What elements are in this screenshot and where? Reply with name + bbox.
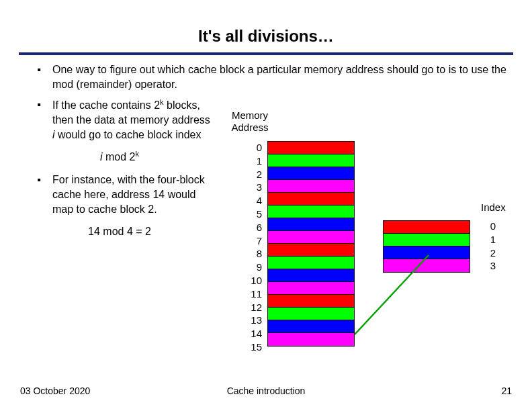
bullet-2: ▪ If the cache contains 2k blocks, then … xyxy=(26,97,214,142)
memory-label: Memory Address xyxy=(223,109,277,134)
index-num: 0 xyxy=(486,220,496,233)
cache-row xyxy=(384,234,470,246)
memory-num: 6 xyxy=(242,221,262,234)
bullet-marker: ▪ xyxy=(26,62,52,91)
footer-center: Cache introduction xyxy=(0,385,532,396)
memory-row xyxy=(268,295,354,308)
memory-row xyxy=(268,154,354,167)
memory-num: 15 xyxy=(242,340,262,354)
index-num: 3 xyxy=(486,259,496,273)
memory-num: 11 xyxy=(242,287,262,301)
memory-num: 9 xyxy=(242,261,262,274)
cache-row xyxy=(384,221,470,234)
memory-row xyxy=(268,142,354,154)
memory-row xyxy=(268,205,354,218)
bullet-2-text: If the cache contains 2k blocks, then th… xyxy=(52,97,214,142)
memory-row xyxy=(268,218,354,231)
formula-sup: k xyxy=(135,150,139,158)
memory-num: 1 xyxy=(242,154,262,168)
bullet-1-text: One way to figure out which cache block … xyxy=(52,62,512,91)
b2-part3: would go to cache block index xyxy=(55,129,202,140)
memory-num: 10 xyxy=(242,274,262,287)
memory-row xyxy=(268,193,354,205)
left-column: ▪ If the cache contains 2k blocks, then … xyxy=(26,97,214,238)
title-rule xyxy=(19,52,513,55)
formula-1: i mod 2k xyxy=(26,150,214,163)
bullet-1: ▪ One way to figure out which cache bloc… xyxy=(26,62,512,91)
memory-num: 2 xyxy=(242,168,262,181)
cache-row xyxy=(384,259,470,272)
slide-title: It's all divisions… xyxy=(0,0,532,52)
index-label: Index xyxy=(481,201,506,213)
memory-num: 3 xyxy=(242,181,262,194)
cache-row xyxy=(384,246,470,259)
memory-num: 8 xyxy=(242,247,262,261)
bullet-3-text: For instance, with the four-block cache … xyxy=(52,173,214,216)
index-numbers: 0123 xyxy=(486,220,496,273)
cache-table xyxy=(383,220,470,273)
index-num: 2 xyxy=(486,246,496,260)
index-num: 1 xyxy=(486,233,496,246)
memory-row xyxy=(268,244,354,257)
memory-row xyxy=(268,269,354,282)
memory-row xyxy=(268,333,354,346)
memory-numbers: 0123456789101112131415 xyxy=(242,141,262,354)
memory-row xyxy=(268,308,354,320)
content-top: ▪ One way to figure out which cache bloc… xyxy=(26,62,512,93)
memory-num: 5 xyxy=(242,208,262,221)
memory-label-2: Address xyxy=(223,122,277,134)
memory-num: 7 xyxy=(242,234,262,248)
memory-label-1: Memory xyxy=(223,109,277,122)
memory-row xyxy=(268,282,354,295)
memory-row xyxy=(268,180,354,193)
memory-table xyxy=(267,141,355,347)
bullet-marker: ▪ xyxy=(26,97,52,142)
bullet-marker: ▪ xyxy=(26,173,52,216)
b2-part1: If the cache contains 2 xyxy=(52,99,160,111)
memory-num: 14 xyxy=(242,327,262,340)
formula-2: 14 mod 4 = 2 xyxy=(26,226,214,238)
memory-row xyxy=(268,167,354,180)
memory-num: 13 xyxy=(242,314,262,327)
memory-num: 0 xyxy=(242,141,262,154)
footer-page: 21 xyxy=(501,385,512,396)
bullet-3: ▪ For instance, with the four-block cach… xyxy=(26,173,214,216)
memory-row xyxy=(268,320,354,333)
memory-row xyxy=(268,257,354,269)
memory-row xyxy=(268,231,354,244)
memory-num: 12 xyxy=(242,301,262,314)
formula-mid: mod 2 xyxy=(103,151,136,163)
memory-num: 4 xyxy=(242,194,262,208)
